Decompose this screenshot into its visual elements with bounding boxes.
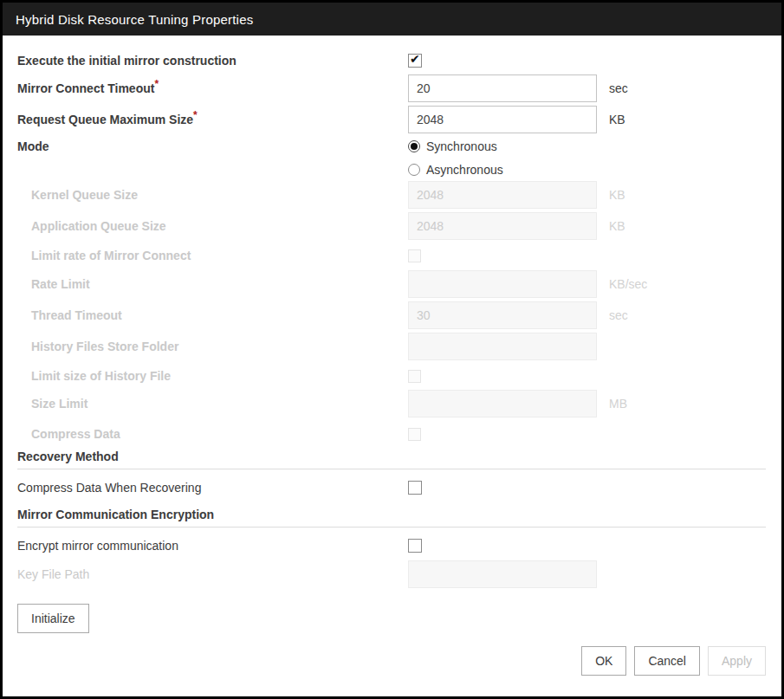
cancel-button[interactable]: Cancel bbox=[634, 646, 700, 676]
execute-initial-mirror-checkbox[interactable] bbox=[408, 54, 422, 68]
row-encrypt-mirror-communication: Encrypt mirror communication bbox=[17, 539, 766, 553]
row-kernel-queue-size: Kernel Queue Size KB bbox=[17, 181, 766, 209]
mirror-connect-timeout-unit: sec bbox=[609, 81, 628, 95]
initialize-button-area: Initialize bbox=[17, 604, 766, 633]
size-limit-unit: MB bbox=[609, 397, 627, 411]
initialize-button[interactable]: Initialize bbox=[17, 604, 89, 633]
compress-data-when-recovering-label: Compress Data When Recovering bbox=[17, 481, 408, 495]
history-files-store-folder-input bbox=[408, 333, 597, 360]
mode-option-synchronous-label: Synchronous bbox=[426, 139, 497, 153]
radio-icon bbox=[408, 140, 420, 152]
application-queue-size-input bbox=[408, 212, 597, 240]
section-divider bbox=[17, 469, 766, 469]
history-files-store-folder-label: History Files Store Folder bbox=[17, 340, 408, 353]
dialog-content: Execute the initial mirror construction … bbox=[3, 36, 781, 676]
kernel-queue-size-label: Kernel Queue Size bbox=[17, 188, 408, 202]
tuning-properties-dialog: Hybrid Disk Resource Tuning Properties E… bbox=[0, 0, 784, 699]
row-mode: Mode Synchronous Asynchronous bbox=[17, 139, 766, 177]
row-history-files-store-folder: History Files Store Folder bbox=[17, 333, 766, 360]
apply-button: Apply bbox=[708, 646, 766, 676]
compress-data-checkbox bbox=[408, 428, 421, 441]
thread-timeout-unit: sec bbox=[609, 308, 628, 322]
mode-label: Mode bbox=[17, 139, 408, 153]
row-size-limit: Size Limit MB bbox=[17, 390, 766, 417]
required-asterisk: * bbox=[193, 109, 198, 121]
request-queue-maximum-size-label: Request Queue Maximum Size* bbox=[17, 113, 408, 126]
row-key-file-path: Key File Path bbox=[17, 560, 766, 588]
compress-data-when-recovering-checkbox[interactable] bbox=[408, 481, 422, 495]
row-rate-limit: Rate Limit KB/sec bbox=[17, 270, 766, 298]
dialog-title: Hybrid Disk Resource Tuning Properties bbox=[16, 12, 253, 27]
thread-timeout-label: Thread Timeout bbox=[17, 308, 408, 322]
mode-option-asynchronous-label: Asynchronous bbox=[426, 163, 503, 177]
dialog-footer: OK Cancel Apply bbox=[17, 646, 766, 676]
row-compress-data: Compress Data bbox=[17, 427, 766, 441]
compress-data-label: Compress Data bbox=[17, 427, 408, 441]
limit-size-of-history-file-label: Limit size of History File bbox=[17, 369, 408, 383]
thread-timeout-input bbox=[408, 301, 597, 329]
mirror-connect-timeout-input[interactable] bbox=[408, 74, 597, 102]
size-limit-label: Size Limit bbox=[17, 397, 408, 411]
kernel-queue-size-input bbox=[408, 181, 597, 209]
request-queue-maximum-size-input[interactable] bbox=[408, 106, 597, 133]
row-thread-timeout: Thread Timeout sec bbox=[17, 301, 766, 329]
limit-rate-of-mirror-connect-label: Limit rate of Mirror Connect bbox=[17, 249, 408, 262]
row-application-queue-size: Application Queue Size KB bbox=[17, 212, 766, 240]
mode-radio-group: Synchronous Asynchronous bbox=[408, 139, 503, 177]
section-divider bbox=[17, 527, 766, 527]
row-compress-data-when-recovering: Compress Data When Recovering bbox=[17, 481, 766, 495]
mode-option-synchronous[interactable]: Synchronous bbox=[408, 139, 503, 153]
execute-initial-mirror-label: Execute the initial mirror construction bbox=[17, 54, 408, 68]
row-limit-size-of-history-file: Limit size of History File bbox=[17, 369, 766, 383]
ok-button[interactable]: OK bbox=[581, 646, 626, 676]
row-mirror-connect-timeout: Mirror Connect Timeout* sec bbox=[17, 74, 766, 102]
section-mirror-communication-encryption: Mirror Communication Encryption bbox=[17, 508, 766, 521]
key-file-path-input bbox=[408, 560, 597, 588]
rate-limit-unit: KB/sec bbox=[609, 277, 647, 291]
mode-option-asynchronous[interactable]: Asynchronous bbox=[408, 163, 503, 177]
row-request-queue-maximum-size: Request Queue Maximum Size* KB bbox=[17, 106, 766, 133]
application-queue-size-label: Application Queue Size bbox=[17, 219, 408, 233]
row-execute-initial-mirror: Execute the initial mirror construction bbox=[17, 54, 766, 68]
limit-size-of-history-file-checkbox bbox=[408, 370, 421, 383]
dialog-titlebar: Hybrid Disk Resource Tuning Properties bbox=[3, 3, 781, 36]
rate-limit-input bbox=[408, 270, 597, 298]
kernel-queue-size-unit: KB bbox=[609, 188, 625, 202]
application-queue-size-unit: KB bbox=[609, 219, 625, 233]
row-limit-rate-of-mirror-connect: Limit rate of Mirror Connect bbox=[17, 249, 766, 262]
size-limit-input bbox=[408, 390, 597, 417]
rate-limit-label: Rate Limit bbox=[17, 277, 408, 291]
key-file-path-label: Key File Path bbox=[17, 567, 408, 581]
request-queue-maximum-size-unit: KB bbox=[609, 113, 625, 126]
required-asterisk: * bbox=[154, 78, 159, 90]
encrypt-mirror-communication-label: Encrypt mirror communication bbox=[17, 539, 408, 553]
limit-rate-of-mirror-connect-checkbox bbox=[408, 249, 421, 262]
section-recovery-method: Recovery Method bbox=[17, 450, 766, 463]
radio-icon bbox=[408, 164, 420, 176]
encrypt-mirror-communication-checkbox[interactable] bbox=[408, 539, 422, 553]
mirror-connect-timeout-label: Mirror Connect Timeout* bbox=[17, 81, 408, 95]
